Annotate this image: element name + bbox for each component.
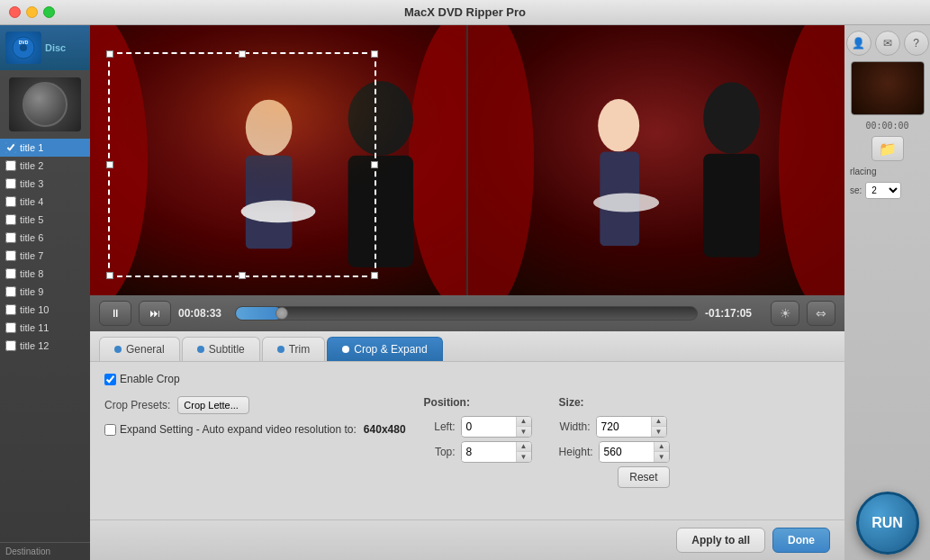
title-list: title 1title 2title 3title 4title 5title… bbox=[0, 139, 90, 542]
app-body: DVD Disc title 1title 2title 3title 4tit… bbox=[0, 25, 930, 560]
tab-label-general: General bbox=[126, 343, 165, 356]
tabs: General Subtitle Trim Crop & Expand bbox=[90, 331, 844, 362]
title-checkbox-11[interactable] bbox=[5, 322, 16, 333]
enable-crop-label[interactable]: Enable Crop bbox=[104, 373, 180, 385]
center-content: ⏸ ⏭ 00:08:33 -01:17:05 ☀ ⇔ Gen bbox=[90, 25, 844, 560]
destination-bar: Destination bbox=[0, 542, 90, 560]
width-input[interactable] bbox=[597, 418, 651, 436]
preset-select-wrapper: Crop Lette... No Crop Pan & Scan bbox=[177, 396, 249, 414]
title-checkbox-9[interactable] bbox=[5, 286, 16, 297]
mirror-button[interactable]: ⇔ bbox=[807, 301, 835, 326]
preset-select[interactable]: Crop Lette... No Crop Pan & Scan bbox=[177, 396, 249, 414]
sidebar-title-item-1[interactable]: title 1 bbox=[0, 139, 90, 157]
sidebar-title-item-3[interactable]: title 3 bbox=[0, 175, 90, 193]
expand-resolution: 640x480 bbox=[364, 423, 406, 436]
sidebar-title-item-10[interactable]: title 10 bbox=[0, 301, 90, 319]
brightness-button[interactable]: ☀ bbox=[771, 301, 799, 326]
left-stepper: ▲ ▼ bbox=[516, 417, 531, 437]
crop-left-col: Crop Presets: Crop Lette... No Crop Pan … bbox=[104, 396, 406, 488]
height-stepper-down[interactable]: ▼ bbox=[655, 452, 669, 462]
sidebar-title-item-9[interactable]: title 9 bbox=[0, 283, 90, 301]
title-checkbox-2[interactable] bbox=[5, 160, 16, 171]
pause-button[interactable]: ⏸ bbox=[99, 301, 131, 326]
tab-dot-trim bbox=[277, 346, 284, 353]
expand-checkbox-label[interactable]: Expand Setting - Auto expand video resol… bbox=[104, 423, 406, 436]
left-stepper-up[interactable]: ▲ bbox=[517, 417, 531, 427]
title-checkbox-5[interactable] bbox=[5, 214, 16, 225]
top-stepper-down[interactable]: ▼ bbox=[517, 452, 531, 462]
video-panel-left bbox=[90, 25, 468, 295]
tab-general[interactable]: General bbox=[99, 337, 180, 361]
title-label-2: title 2 bbox=[20, 160, 43, 171]
width-stepper-up[interactable]: ▲ bbox=[652, 417, 666, 427]
title-checkbox-3[interactable] bbox=[5, 178, 16, 189]
expand-row: Expand Setting - Auto expand video resol… bbox=[104, 423, 406, 436]
minimize-button[interactable] bbox=[26, 6, 38, 18]
title-checkbox-10[interactable] bbox=[5, 304, 16, 315]
tab-trim[interactable]: Trim bbox=[262, 337, 326, 361]
title-checkbox-8[interactable] bbox=[5, 268, 16, 279]
enable-crop-checkbox[interactable] bbox=[104, 374, 116, 385]
expand-checkbox[interactable] bbox=[104, 424, 116, 436]
current-time: 00:08:33 bbox=[178, 307, 228, 320]
title-checkbox-7[interactable] bbox=[5, 250, 16, 261]
sidebar-title-item-6[interactable]: title 6 bbox=[0, 229, 90, 247]
title-label-3: title 3 bbox=[20, 178, 43, 189]
title-checkbox-4[interactable] bbox=[5, 196, 16, 207]
movie-bg-left bbox=[90, 25, 466, 295]
title-checkbox-1[interactable] bbox=[5, 142, 16, 153]
sidebar-title-item-5[interactable]: title 5 bbox=[0, 211, 90, 229]
title-checkbox-12[interactable] bbox=[5, 340, 16, 351]
tab-panel: General Subtitle Trim Crop & Expand bbox=[90, 331, 844, 560]
sidebar-title-item-12[interactable]: title 12 bbox=[0, 337, 90, 355]
title-label-1: title 1 bbox=[20, 142, 43, 153]
top-input[interactable] bbox=[462, 443, 516, 461]
left-input[interactable] bbox=[462, 418, 516, 436]
left-stepper-down[interactable]: ▼ bbox=[517, 427, 531, 437]
tab-crop[interactable]: Crop & Expand bbox=[327, 337, 442, 361]
enable-crop-row: Enable Crop bbox=[104, 373, 830, 385]
top-field-label: Top: bbox=[424, 446, 456, 458]
close-button[interactable] bbox=[9, 6, 21, 18]
sidebar-title-item-4[interactable]: title 4 bbox=[0, 193, 90, 211]
run-button[interactable]: RUN bbox=[856, 492, 919, 555]
mail-button[interactable]: ✉ bbox=[875, 31, 900, 56]
profile-button[interactable]: 👤 bbox=[846, 31, 871, 56]
sidebar-title-item-2[interactable]: title 2 bbox=[0, 157, 90, 175]
reset-button[interactable]: Reset bbox=[618, 466, 669, 488]
title-label-9: title 9 bbox=[20, 286, 43, 297]
progress-thumb[interactable] bbox=[275, 307, 288, 320]
sidebar-title-item-8[interactable]: title 8 bbox=[0, 265, 90, 283]
width-stepper-down[interactable]: ▼ bbox=[652, 427, 666, 437]
deinterlace-select[interactable]: 2 1 0 bbox=[865, 182, 901, 199]
sidebar-title-item-7[interactable]: title 7 bbox=[0, 247, 90, 265]
help-icon: ? bbox=[913, 37, 919, 50]
mirror-icon: ⇔ bbox=[816, 306, 826, 321]
transport-bar: ⏸ ⏭ 00:08:33 -01:17:05 ☀ ⇔ bbox=[90, 295, 844, 331]
progress-bar[interactable] bbox=[235, 306, 698, 321]
height-field-label: Height: bbox=[559, 446, 593, 458]
right-sidebar: 👤 ✉ ? 00:00:00 📁 rlacing se: 2 1 0 R bbox=[844, 25, 930, 560]
title-checkbox-6[interactable] bbox=[5, 232, 16, 243]
position-size-area: Position: Left: ▲ ▼ bbox=[424, 396, 830, 488]
title-label-10: title 10 bbox=[20, 304, 49, 315]
folder-button[interactable]: 📁 bbox=[871, 136, 904, 161]
height-input[interactable] bbox=[600, 443, 654, 461]
enable-crop-text: Enable Crop bbox=[120, 373, 180, 385]
titlebar: MacX DVD Ripper Pro bbox=[0, 0, 930, 25]
maximize-button[interactable] bbox=[43, 6, 55, 18]
disc-label: Disc bbox=[45, 42, 66, 53]
title-label-4: title 4 bbox=[20, 196, 43, 207]
apply-to-all-button[interactable]: Apply to all bbox=[676, 528, 765, 553]
top-stepper-up[interactable]: ▲ bbox=[517, 442, 531, 452]
width-stepper: ▲ ▼ bbox=[651, 417, 666, 437]
forward-button[interactable]: ⏭ bbox=[139, 301, 171, 326]
help-button[interactable]: ? bbox=[904, 31, 929, 56]
sidebar-title-item-11[interactable]: title 11 bbox=[0, 319, 90, 337]
done-button[interactable]: Done bbox=[772, 528, 830, 553]
run-label: RUN bbox=[871, 515, 903, 531]
tab-subtitle[interactable]: Subtitle bbox=[182, 337, 260, 361]
svg-point-17 bbox=[598, 99, 639, 152]
top-stepper: ▲ ▼ bbox=[516, 442, 531, 462]
height-stepper-up[interactable]: ▲ bbox=[655, 442, 669, 452]
